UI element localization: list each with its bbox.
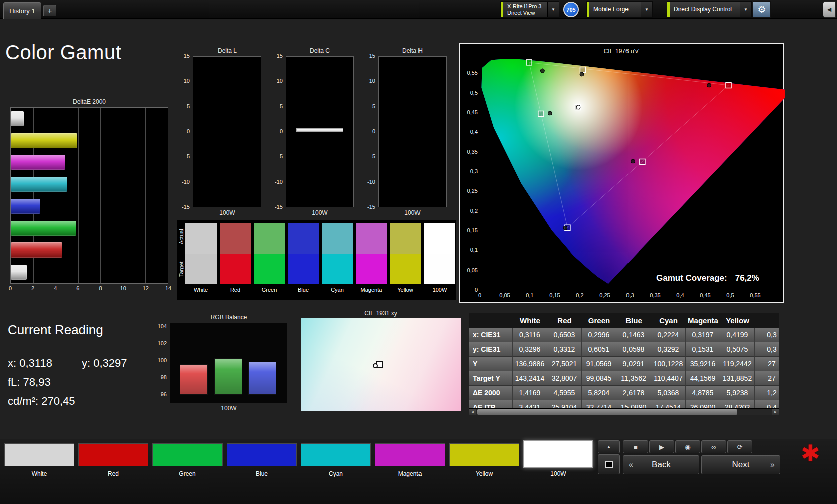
gridline <box>193 182 261 182</box>
stop-button[interactable]: ■ <box>623 440 648 453</box>
deltae-bar-row <box>11 133 168 148</box>
scroll-left-icon[interactable]: ◄ <box>469 409 476 415</box>
patch-button-cyan[interactable] <box>301 443 371 466</box>
y-axis-tick: 15 <box>265 53 283 59</box>
swatch-label-magenta: Magenta <box>356 284 387 295</box>
delta-h-plot-area <box>378 56 447 207</box>
scroll-up-button[interactable]: ▲ <box>598 440 620 453</box>
loop-button[interactable]: ⟳ <box>727 440 752 453</box>
scrollbar-thumb[interactable] <box>477 409 737 415</box>
table-cell: 0,1463 <box>616 328 651 342</box>
meter-line1: X-Rite i1Pro 3 <box>507 3 543 10</box>
deltae-bar-row <box>11 242 168 258</box>
table-cell: 0,0598 <box>616 342 651 357</box>
xy-measurement-marker <box>373 363 378 368</box>
scroll-right-icon[interactable]: ► <box>772 409 779 415</box>
tab-history-1[interactable]: History 1 <box>3 2 41 19</box>
table-cell: 5,9238 <box>720 386 755 400</box>
display-control-dropdown[interactable]: Direct Display Control ▼ <box>667 1 752 18</box>
patch-button-blue[interactable] <box>227 443 297 466</box>
current-reading-y: y: 0,3297 <box>82 357 127 370</box>
table-cell: 1,2 <box>755 386 779 400</box>
swatch-target-yellow <box>390 254 421 284</box>
swatch-label-white: White <box>185 284 217 295</box>
table-cell: 0,4199 <box>720 328 755 342</box>
y-axis-tick: 0,45 <box>461 109 478 115</box>
target-marker-green <box>526 60 532 65</box>
zero-gridline <box>193 132 261 132</box>
swatch-label-cyan: Cyan <box>322 284 353 295</box>
patch-button-100w[interactable] <box>523 440 593 468</box>
gridline <box>286 207 353 207</box>
table-cell: 99,0845 <box>582 371 616 386</box>
cie-1976-diagram <box>460 44 785 304</box>
zero-gridline <box>379 132 446 132</box>
display-control-label-wrap: Direct Display Control <box>670 2 740 17</box>
measurement-dot-white <box>576 105 580 109</box>
target-marker-red <box>726 82 731 88</box>
swatch-actual-yellow <box>390 223 421 254</box>
collapse-panel-icon[interactable]: ◀ <box>823 1 836 18</box>
y-axis-tick: -15 <box>357 204 375 210</box>
deltae-chart-title: DeltaE 2000 <box>10 98 168 106</box>
meter-dropdown-arrow-icon[interactable]: ▼ <box>547 2 559 17</box>
measurement-dot-green <box>540 69 544 73</box>
actual-vs-target-swatch-strip: Actual Target WhiteRedGreenBlueCyanMagen… <box>177 220 456 300</box>
continuous-measure-button[interactable]: ∞ <box>701 440 726 453</box>
delta-h-title: Delta H <box>378 47 447 55</box>
patch-button-white[interactable] <box>4 443 74 466</box>
spectral-locus <box>482 59 786 284</box>
y-axis-tick: 0,15 <box>461 227 478 233</box>
pattern-window-button[interactable] <box>598 454 620 474</box>
rgb-bar-blue <box>248 362 276 395</box>
y-axis-tick: 0,35 <box>461 149 478 155</box>
x-axis-tick: 6 <box>76 285 79 291</box>
patch-label-yellow: Yellow <box>449 470 519 477</box>
source-dropdown[interactable]: Mobile Forge ▼ <box>586 1 653 18</box>
y-axis-tick: 10 <box>265 78 283 84</box>
table-cell: 110,4407 <box>651 371 686 386</box>
bottom-toolbar: ▲ « Back Next » ✱ WhiteRedGreenBlueCyanM… <box>0 439 837 504</box>
y-axis-tick: -10 <box>172 179 190 185</box>
gridline <box>286 107 353 107</box>
scrollbar-track[interactable] <box>476 409 772 415</box>
y-axis-tick: 98 <box>151 374 167 380</box>
y-axis-tick: 15 <box>357 53 375 59</box>
patch-button-red[interactable] <box>78 443 148 466</box>
patch-button-magenta[interactable] <box>375 443 445 466</box>
table-row-label: y: CIE31 <box>469 342 513 357</box>
settings-gear-icon[interactable]: ⚙ <box>753 1 771 18</box>
patch-button-yellow[interactable] <box>449 443 519 466</box>
y-axis-tick: 0 <box>265 128 283 134</box>
table-cell: 11,3562 <box>616 371 651 386</box>
deltae-bar-magenta <box>11 155 65 170</box>
x-axis-tick: 0,25 <box>595 292 615 298</box>
table-scrollbar[interactable]: ◄ ► <box>469 408 779 415</box>
current-reading-title: Current Reading <box>8 322 103 338</box>
y-axis-tick: 0,05 <box>461 267 478 273</box>
play-button[interactable]: ▶ <box>649 440 674 453</box>
patch-label-cyan: Cyan <box>301 470 371 477</box>
y-axis-tick: -10 <box>357 179 375 185</box>
back-button[interactable]: « Back <box>623 455 699 474</box>
swatch-column-100w: 100W <box>424 223 455 295</box>
swatch-target-white <box>185 254 217 284</box>
meter-dropdown[interactable]: X-Rite i1Pro 3 Direct View ▼ <box>500 1 559 18</box>
y-axis-tick: 5 <box>357 103 375 109</box>
new-tab-button[interactable]: + <box>43 5 56 16</box>
deltae-bar-row <box>11 199 168 214</box>
table-cell: 0,2224 <box>651 328 686 342</box>
next-button[interactable]: Next » <box>701 455 780 474</box>
delta-c-plot-area <box>286 56 354 207</box>
measure-button[interactable]: ◉ <box>675 440 700 453</box>
gridline <box>286 57 353 57</box>
patch-button-green[interactable] <box>152 443 223 466</box>
source-dropdown-arrow-icon[interactable]: ▼ <box>641 2 652 17</box>
gridline <box>193 57 261 57</box>
y-axis-tick: 100 <box>151 357 167 363</box>
display-control-dropdown-arrow-icon[interactable]: ▼ <box>740 2 751 17</box>
deltae-bar-row <box>11 265 168 280</box>
y-axis-tick: -5 <box>172 153 190 159</box>
deltae-bar-row <box>11 221 168 236</box>
cie-1931-title: CIE 1931 xy <box>301 310 461 317</box>
